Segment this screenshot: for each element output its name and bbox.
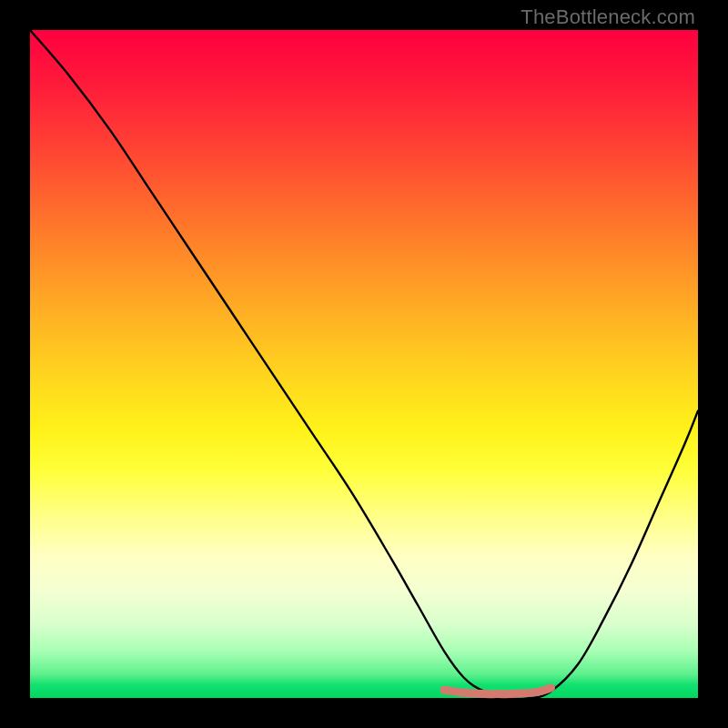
flat-region-marker-path bbox=[444, 688, 551, 694]
chart-svg bbox=[30, 30, 698, 698]
watermark-text: TheBottleneck.com bbox=[521, 5, 695, 29]
bottleneck-curve-path bbox=[30, 30, 698, 699]
chart-frame: TheBottleneck.com bbox=[0, 0, 728, 728]
